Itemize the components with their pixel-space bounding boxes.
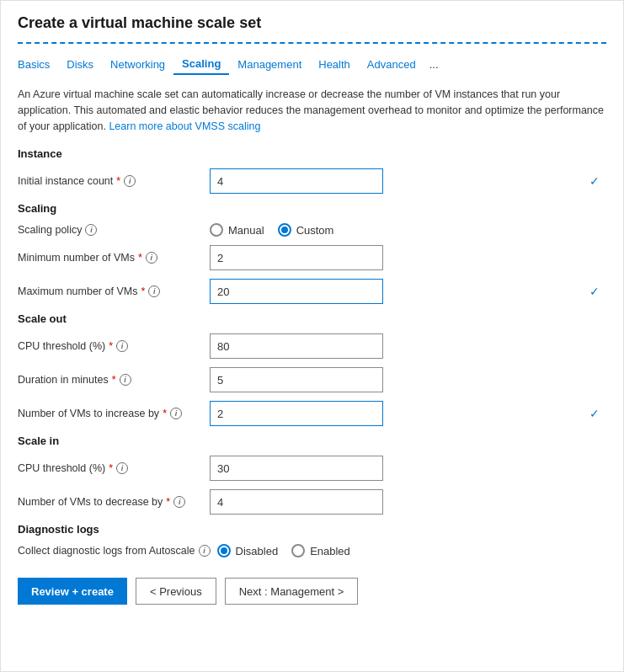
info-icon-min-vms[interactable]: i <box>146 252 157 264</box>
radio-disabled[interactable]: Disabled <box>217 544 279 557</box>
tab-networking[interactable]: Networking <box>102 55 173 74</box>
nav-tabs: Basics Disks Networking Scaling Manageme… <box>18 54 606 75</box>
label-duration: Duration in minutes * i <box>18 374 203 386</box>
input-decrease-vms[interactable] <box>210 489 383 515</box>
input-wrapper-min-vms <box>210 245 606 270</box>
label-max-vms: Maximum number of VMs * i <box>18 285 203 297</box>
radio-manual[interactable]: Manual <box>210 223 264 237</box>
radio-circle-custom <box>278 223 291 237</box>
label-initial-instance-count: Initial instance count * i <box>18 175 203 187</box>
info-icon-decrease-vms[interactable]: i <box>173 496 185 508</box>
radio-label-disabled: Disabled <box>236 545 279 557</box>
row-max-vms: Maximum number of VMs * i ✓ <box>18 279 606 304</box>
tab-more[interactable]: ... <box>424 55 444 74</box>
section-scaling: Scaling <box>18 202 606 215</box>
info-icon-max-vms[interactable]: i <box>148 285 160 297</box>
row-duration: Duration in minutes * i <box>18 367 606 392</box>
page-title: Create a virtual machine scale set <box>18 14 606 32</box>
input-initial-instance-count[interactable] <box>210 168 383 194</box>
required-star-scaleout-cpu: * <box>109 340 113 352</box>
label-scaling-policy: Scaling policy i <box>18 224 203 236</box>
radio-custom[interactable]: Custom <box>278 223 334 237</box>
input-wrapper-decrease-vms <box>210 489 606 515</box>
next-button[interactable]: Next : Management > <box>225 578 359 605</box>
radio-circle-disabled <box>217 544 231 557</box>
required-star-decrease: * <box>166 496 170 508</box>
footer: Review + create < Previous Next : Manage… <box>18 578 606 605</box>
input-wrapper-increase-vms: ✓ <box>210 401 606 426</box>
label-scaleout-cpu: CPU threshold (%) * i <box>18 340 203 352</box>
row-scalein-cpu: CPU threshold (%) * i <box>18 456 606 481</box>
page-container: Create a virtual machine scale set Basic… <box>0 0 624 672</box>
required-star-min: * <box>138 252 142 264</box>
input-scalein-cpu[interactable] <box>210 456 383 481</box>
tab-disks[interactable]: Disks <box>58 55 102 74</box>
required-star: * <box>116 175 120 187</box>
label-scalein-cpu: CPU threshold (%) * i <box>18 462 203 474</box>
radio-dot-custom <box>281 227 288 233</box>
radio-label-enabled: Enabled <box>310 545 350 557</box>
tab-advanced[interactable]: Advanced <box>359 55 424 74</box>
input-increase-vms[interactable] <box>210 401 383 426</box>
info-icon-scaleout-cpu[interactable]: i <box>116 340 128 352</box>
row-scaling-policy: Scaling policy i Manual Custom <box>18 223 606 237</box>
label-decrease-vms: Number of VMs to decrease by * i <box>18 496 203 508</box>
row-min-vms: Minimum number of VMs * i <box>18 245 606 270</box>
input-wrapper-initial-count: ✓ <box>210 168 606 194</box>
tab-scaling[interactable]: Scaling <box>173 54 229 75</box>
radio-group-diagnostic: Disabled Enabled <box>217 544 350 557</box>
radio-circle-manual <box>210 223 223 237</box>
row-scaleout-cpu: CPU threshold (%) * i <box>18 333 606 359</box>
check-icon-max-vms: ✓ <box>589 285 600 298</box>
radio-group-scaling-policy: Manual Custom <box>210 223 333 237</box>
info-icon-increase-vms[interactable]: i <box>170 408 182 419</box>
learn-more-link[interactable]: Learn more about VMSS scaling <box>109 120 260 132</box>
section-diagnostic-logs: Diagnostic logs <box>18 523 606 536</box>
radio-enabled[interactable]: Enabled <box>291 544 350 557</box>
section-scale-out: Scale out <box>18 312 606 325</box>
tab-basics[interactable]: Basics <box>18 55 58 74</box>
radio-label-manual: Manual <box>228 224 264 237</box>
section-instance: Instance <box>18 147 606 160</box>
input-wrapper-scalein-cpu <box>210 456 606 481</box>
info-icon-scaling-policy[interactable]: i <box>85 224 97 236</box>
description-text: An Azure virtual machine scale set can a… <box>18 87 606 134</box>
input-scaleout-cpu[interactable] <box>210 333 383 359</box>
row-decrease-vms: Number of VMs to decrease by * i <box>18 489 606 515</box>
input-min-vms[interactable] <box>210 245 383 270</box>
required-star-scalein-cpu: * <box>109 462 113 474</box>
required-star-duration: * <box>112 374 116 386</box>
info-icon-collect-diag[interactable]: i <box>199 545 211 557</box>
info-icon-scalein-cpu[interactable]: i <box>116 462 128 474</box>
input-wrapper-duration <box>210 367 606 392</box>
radio-label-custom: Custom <box>296 224 334 237</box>
input-wrapper-scaleout-cpu <box>210 333 606 359</box>
review-create-button[interactable]: Review + create <box>18 578 127 605</box>
info-icon-initial-count[interactable]: i <box>124 175 136 187</box>
radio-dot-disabled <box>221 547 227 554</box>
tab-management[interactable]: Management <box>229 55 310 74</box>
required-star-increase: * <box>163 408 167 419</box>
input-duration[interactable] <box>210 367 383 392</box>
tab-health[interactable]: Health <box>310 55 359 74</box>
required-star-max: * <box>141 285 145 297</box>
title-divider <box>18 42 606 44</box>
label-min-vms: Minimum number of VMs * i <box>18 252 203 264</box>
radio-circle-enabled <box>291 544 305 557</box>
section-scale-in: Scale in <box>18 435 606 447</box>
info-icon-duration[interactable]: i <box>120 374 131 386</box>
input-wrapper-max-vms: ✓ <box>210 279 606 304</box>
check-icon-initial-count: ✓ <box>589 174 600 188</box>
label-collect-diag: Collect diagnostic logs from Autoscale i <box>18 545 211 557</box>
previous-button[interactable]: < Previous <box>136 578 216 605</box>
row-increase-vms: Number of VMs to increase by * i ✓ <box>18 401 606 426</box>
label-increase-vms: Number of VMs to increase by * i <box>18 408 203 419</box>
input-max-vms[interactable] <box>210 279 383 304</box>
row-collect-diagnostic-logs: Collect diagnostic logs from Autoscale i… <box>18 544 606 557</box>
row-initial-instance-count: Initial instance count * i ✓ <box>18 168 606 194</box>
check-icon-increase-vms: ✓ <box>589 407 600 420</box>
